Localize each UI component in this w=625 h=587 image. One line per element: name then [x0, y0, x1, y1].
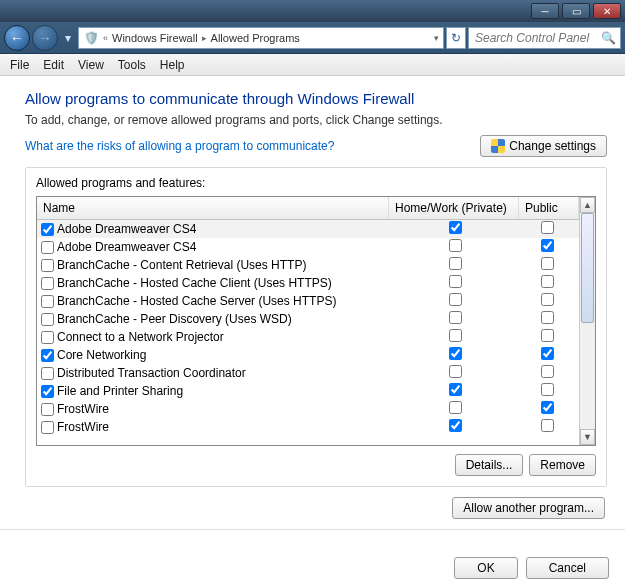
homework-checkbox[interactable] [449, 239, 462, 252]
arrow-right-icon: → [38, 30, 52, 46]
enable-checkbox[interactable] [41, 313, 54, 326]
enable-checkbox[interactable] [41, 349, 54, 362]
scrollbar[interactable]: ▲ ▼ [579, 197, 595, 445]
enable-checkbox[interactable] [41, 421, 54, 434]
col-name[interactable]: Name [37, 197, 389, 219]
scroll-thumb[interactable] [581, 213, 594, 323]
ok-button[interactable]: OK [454, 557, 517, 579]
table-row[interactable]: Connect to a Network Projector [37, 328, 579, 346]
public-checkbox[interactable] [541, 365, 554, 378]
enable-checkbox[interactable] [41, 241, 54, 254]
back-button[interactable]: ← [4, 25, 30, 51]
program-name: BranchCache - Content Retrieval (Uses HT… [57, 258, 306, 272]
risk-link[interactable]: What are the risks of allowing a program… [25, 139, 334, 153]
scroll-down-icon[interactable]: ▼ [580, 429, 595, 445]
homework-checkbox[interactable] [449, 365, 462, 378]
breadcrumb-seg-1[interactable]: Windows Firewall [112, 32, 198, 44]
program-name: Connect to a Network Projector [57, 330, 224, 344]
table-row[interactable]: File and Printer Sharing [37, 382, 579, 400]
public-checkbox[interactable] [541, 419, 554, 432]
homework-checkbox[interactable] [449, 311, 462, 324]
public-checkbox[interactable] [541, 383, 554, 396]
menu-view[interactable]: View [78, 58, 104, 72]
search-input[interactable] [473, 30, 601, 46]
public-checkbox[interactable] [541, 239, 554, 252]
enable-checkbox[interactable] [41, 223, 54, 236]
program-name: FrostWire [57, 402, 109, 416]
homework-checkbox[interactable] [449, 257, 462, 270]
enable-checkbox[interactable] [41, 277, 54, 290]
homework-checkbox[interactable] [449, 383, 462, 396]
close-button[interactable]: ✕ [593, 3, 621, 19]
enable-checkbox[interactable] [41, 331, 54, 344]
nav-toolbar: ← → ▾ 🛡️ « Windows Firewall ▸ Allowed Pr… [0, 22, 625, 54]
scroll-track[interactable] [580, 213, 595, 429]
programs-table: Name Home/Work (Private) Public Adobe Dr… [36, 196, 596, 446]
search-box[interactable]: 🔍 [468, 27, 621, 49]
change-settings-label: Change settings [509, 139, 596, 153]
homework-checkbox[interactable] [449, 275, 462, 288]
public-checkbox[interactable] [541, 275, 554, 288]
table-row[interactable]: FrostWire [37, 418, 579, 436]
forward-button[interactable]: → [32, 25, 58, 51]
address-bar[interactable]: 🛡️ « Windows Firewall ▸ Allowed Programs… [78, 27, 444, 49]
enable-checkbox[interactable] [41, 367, 54, 380]
window-titlebar: ─ ▭ ✕ [0, 0, 625, 22]
table-row[interactable]: Distributed Transaction Coordinator [37, 364, 579, 382]
homework-checkbox[interactable] [449, 419, 462, 432]
program-name: BranchCache - Hosted Cache Server (Uses … [57, 294, 336, 308]
table-row[interactable]: BranchCache - Peer Discovery (Uses WSD) [37, 310, 579, 328]
minimize-button[interactable]: ─ [531, 3, 559, 19]
menu-edit[interactable]: Edit [43, 58, 64, 72]
remove-button[interactable]: Remove [529, 454, 596, 476]
menu-file[interactable]: File [10, 58, 29, 72]
allow-another-program-button[interactable]: Allow another program... [452, 497, 605, 519]
homework-checkbox[interactable] [449, 347, 462, 360]
homework-checkbox[interactable] [449, 329, 462, 342]
table-row[interactable]: BranchCache - Hosted Cache Client (Uses … [37, 274, 579, 292]
search-icon[interactable]: 🔍 [601, 31, 616, 45]
dropdown-history-icon[interactable]: ▾ [60, 30, 76, 46]
public-checkbox[interactable] [541, 293, 554, 306]
menu-tools[interactable]: Tools [118, 58, 146, 72]
details-button[interactable]: Details... [455, 454, 524, 476]
enable-checkbox[interactable] [41, 403, 54, 416]
homework-checkbox[interactable] [449, 293, 462, 306]
page-description: To add, change, or remove allowed progra… [25, 113, 607, 127]
program-name: BranchCache - Hosted Cache Client (Uses … [57, 276, 332, 290]
public-checkbox[interactable] [541, 401, 554, 414]
public-checkbox[interactable] [541, 257, 554, 270]
refresh-button[interactable]: ↻ [446, 27, 466, 49]
table-body: Adobe Dreamweaver CS4Adobe Dreamweaver C… [37, 220, 579, 445]
separator [0, 529, 625, 530]
enable-checkbox[interactable] [41, 385, 54, 398]
enable-checkbox[interactable] [41, 259, 54, 272]
breadcrumb-seg-2[interactable]: Allowed Programs [211, 32, 300, 44]
program-name: FrostWire [57, 420, 109, 434]
shield-icon [491, 139, 505, 153]
public-checkbox[interactable] [541, 347, 554, 360]
public-checkbox[interactable] [541, 311, 554, 324]
table-row[interactable]: FrostWire [37, 400, 579, 418]
table-row[interactable]: BranchCache - Content Retrieval (Uses HT… [37, 256, 579, 274]
menu-help[interactable]: Help [160, 58, 185, 72]
col-public[interactable]: Public [519, 197, 579, 219]
col-homework[interactable]: Home/Work (Private) [389, 197, 519, 219]
address-dropdown-icon[interactable]: ▾ [434, 33, 439, 43]
public-checkbox[interactable] [541, 329, 554, 342]
enable-checkbox[interactable] [41, 295, 54, 308]
menu-bar: File Edit View Tools Help [0, 54, 625, 76]
firewall-icon: 🛡️ [83, 30, 99, 46]
cancel-button[interactable]: Cancel [526, 557, 609, 579]
program-name: BranchCache - Peer Discovery (Uses WSD) [57, 312, 292, 326]
maximize-button[interactable]: ▭ [562, 3, 590, 19]
scroll-up-icon[interactable]: ▲ [580, 197, 595, 213]
change-settings-button[interactable]: Change settings [480, 135, 607, 157]
homework-checkbox[interactable] [449, 221, 462, 234]
table-row[interactable]: Adobe Dreamweaver CS4 [37, 238, 579, 256]
public-checkbox[interactable] [541, 221, 554, 234]
table-row[interactable]: Core Networking [37, 346, 579, 364]
table-row[interactable]: BranchCache - Hosted Cache Server (Uses … [37, 292, 579, 310]
table-row[interactable]: Adobe Dreamweaver CS4 [37, 220, 579, 238]
homework-checkbox[interactable] [449, 401, 462, 414]
